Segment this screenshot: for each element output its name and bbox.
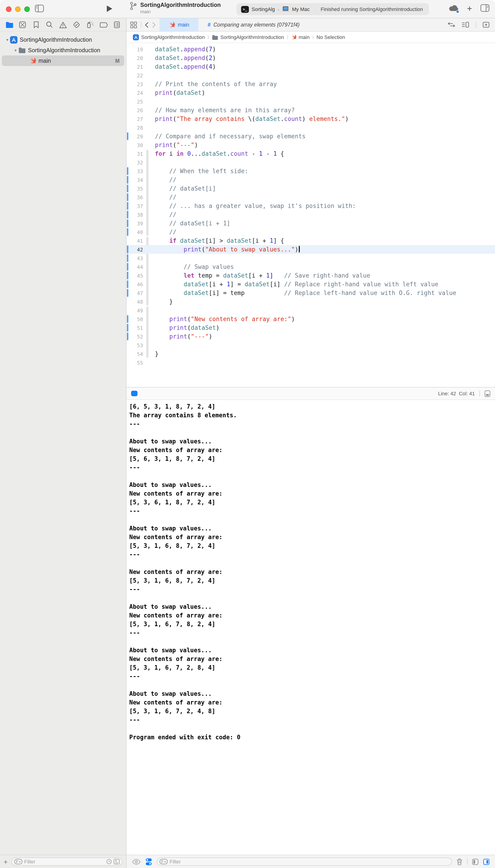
tab-label[interactable]: main xyxy=(178,22,189,28)
line-number[interactable]: 37 xyxy=(126,201,143,210)
source-control-status-filter-icon[interactable] xyxy=(114,859,120,864)
minimize-window-button[interactable] xyxy=(15,6,21,12)
code-line[interactable]: 27print("The array contains \(dataSet.co… xyxy=(126,114,495,123)
line-number[interactable]: 35 xyxy=(126,184,143,193)
tree-row-label[interactable]: main xyxy=(38,57,51,64)
line-number[interactable]: 55 xyxy=(126,358,143,367)
zoom-window-button[interactable] xyxy=(24,6,30,12)
code-line[interactable]: 24print(dataSet) xyxy=(126,88,495,97)
source-control-navigator-icon[interactable] xyxy=(17,20,28,30)
code-line[interactable]: 37 // ... has a greater value, swap it's… xyxy=(126,201,495,210)
code-line[interactable]: 55 xyxy=(126,358,495,367)
line-col-indicator[interactable]: Line: 42 Col: 41 xyxy=(438,391,475,396)
line-number[interactable]: 31 xyxy=(126,149,143,158)
debug-navigator-icon[interactable] xyxy=(85,20,96,30)
code-line[interactable]: 47 dataSet[i] = temp // Replace left-han… xyxy=(126,288,495,297)
line-number[interactable]: 34 xyxy=(126,175,143,184)
code-line[interactable]: 49 xyxy=(126,306,495,315)
code-line[interactable]: 53 xyxy=(126,341,495,350)
line-number[interactable]: 47 xyxy=(126,288,143,297)
project-navigator-icon[interactable] xyxy=(4,20,15,30)
line-number[interactable]: 27 xyxy=(126,114,143,123)
recent-files-clock-icon[interactable] xyxy=(106,859,112,864)
line-number[interactable]: 48 xyxy=(126,297,143,306)
code-line[interactable]: 46 dataSet[i + 1] = dataSet[i] // Replac… xyxy=(126,280,495,288)
tests-navigator-icon[interactable] xyxy=(71,20,82,30)
run-button[interactable] xyxy=(106,5,113,14)
device-console-icon[interactable] xyxy=(484,390,491,397)
line-number[interactable]: 38 xyxy=(126,210,143,219)
navigate-forward-icon[interactable] xyxy=(152,22,156,28)
variables-view-toggles-icon[interactable] xyxy=(145,858,152,866)
code-line[interactable]: 23// Print the contents of the array xyxy=(126,80,495,88)
line-number[interactable]: 44 xyxy=(126,263,143,271)
code-line[interactable]: 45 let temp = dataSet[i + 1] // Save rig… xyxy=(126,271,495,280)
line-number[interactable]: 23 xyxy=(126,80,143,88)
code-line[interactable]: 41 if dataSet[i] > dataSet[i + 1] { xyxy=(126,236,495,245)
code-line[interactable]: 44 // Swap values xyxy=(126,263,495,271)
disclosure-chevron-icon[interactable]: ▾ xyxy=(4,37,10,42)
line-number[interactable]: 22 xyxy=(126,71,143,80)
source-editor[interactable]: 19dataSet.append(7)20dataSet.append(2)21… xyxy=(126,43,495,387)
code-line[interactable]: 52 print("---") xyxy=(126,332,495,341)
code-line[interactable]: 39 // dataSet[i + 1] xyxy=(126,219,495,228)
line-number[interactable]: 41 xyxy=(126,236,143,245)
tree-row-label[interactable]: SortingAlgorithmIntroduction xyxy=(28,47,100,53)
breakpoints-navigator-icon[interactable] xyxy=(98,20,109,30)
code-line[interactable]: 34 // xyxy=(126,175,495,184)
view-debugger-eye-icon[interactable] xyxy=(132,858,141,865)
clear-console-trash-icon[interactable] xyxy=(457,858,462,865)
line-number[interactable]: 25 xyxy=(126,97,143,106)
line-number[interactable]: 40 xyxy=(126,228,143,236)
breadcrumb-label[interactable]: SortingAlgorithmIntroduction xyxy=(220,34,284,40)
code-line[interactable]: 20dataSet.append(2) xyxy=(126,54,495,62)
close-window-button[interactable] xyxy=(6,6,12,12)
code-line[interactable]: 31for i in 0...dataSet.count - 1 - 1 { xyxy=(126,149,495,158)
debug-console[interactable]: [6, 5, 3, 1, 8, 7, 2, 4]The array contai… xyxy=(126,400,495,855)
code-line[interactable]: 33 // When the left side: xyxy=(126,167,495,175)
tab-commit[interactable]: # Comparing array elements (07971f4) xyxy=(199,18,309,31)
code-line[interactable]: 25 xyxy=(126,97,495,106)
line-number[interactable]: 45 xyxy=(126,271,143,280)
add-editor-split-icon[interactable] xyxy=(483,21,490,28)
line-number[interactable]: 26 xyxy=(126,106,143,114)
code-line[interactable]: 50 print("New contents of array are:") xyxy=(126,315,495,323)
tree-row-main-file[interactable]: main M xyxy=(2,55,124,66)
line-number[interactable]: 30 xyxy=(126,141,143,149)
tab-main[interactable]: main xyxy=(159,18,199,31)
tab-label[interactable]: Comparing array elements (07971f4) xyxy=(214,22,300,28)
line-number[interactable]: 32 xyxy=(126,158,143,167)
line-number[interactable]: 21 xyxy=(126,62,143,71)
issues-navigator-icon[interactable] xyxy=(57,20,69,30)
show-console-pane-icon[interactable] xyxy=(483,858,490,865)
code-line[interactable]: 42 print("About to swap values...") xyxy=(126,245,495,254)
show-variables-pane-icon[interactable] xyxy=(472,858,478,865)
run-destination-pill[interactable]: >_ SortingAlg › My Mac Finished running … xyxy=(237,3,429,15)
code-line[interactable]: 21dataSet.append(4) xyxy=(126,62,495,71)
line-number[interactable]: 52 xyxy=(126,332,143,341)
line-number[interactable]: 24 xyxy=(126,88,143,97)
line-number[interactable]: 51 xyxy=(126,323,143,332)
line-number[interactable]: 54 xyxy=(126,350,143,358)
line-number[interactable]: 53 xyxy=(126,341,143,350)
code-line[interactable]: 19dataSet.append(7) xyxy=(126,45,495,54)
console-filter-field[interactable]: Filter xyxy=(157,857,452,866)
line-number[interactable]: 33 xyxy=(126,167,143,175)
line-number[interactable]: 49 xyxy=(126,306,143,315)
disclosure-chevron-icon[interactable]: ▾ xyxy=(13,48,18,52)
reports-navigator-icon[interactable] xyxy=(112,20,122,30)
code-line[interactable]: 22 xyxy=(126,71,495,80)
line-number[interactable]: 29 xyxy=(126,132,143,141)
code-line[interactable]: 48 } xyxy=(126,297,495,306)
code-line[interactable]: 36 // xyxy=(126,193,495,201)
code-line[interactable]: 43 xyxy=(126,254,495,263)
add-item-button[interactable]: + xyxy=(4,858,8,866)
tree-row-group[interactable]: ▾ SortingAlgorithmIntroduction xyxy=(0,45,126,55)
breadcrumb-project[interactable]: SortingAlgorithmIntroduction xyxy=(133,34,205,40)
navigator-filter-field[interactable]: Filter xyxy=(12,857,122,866)
line-number[interactable]: 46 xyxy=(126,280,143,288)
code-line[interactable]: 29// Compare and if necessary, swap elem… xyxy=(126,132,495,141)
scheme-name[interactable]: SortingAlg xyxy=(252,6,275,12)
tree-row-project[interactable]: ▾ SortingAlgorithmIntroduction xyxy=(0,34,126,45)
code-line[interactable]: 28 xyxy=(126,123,495,132)
